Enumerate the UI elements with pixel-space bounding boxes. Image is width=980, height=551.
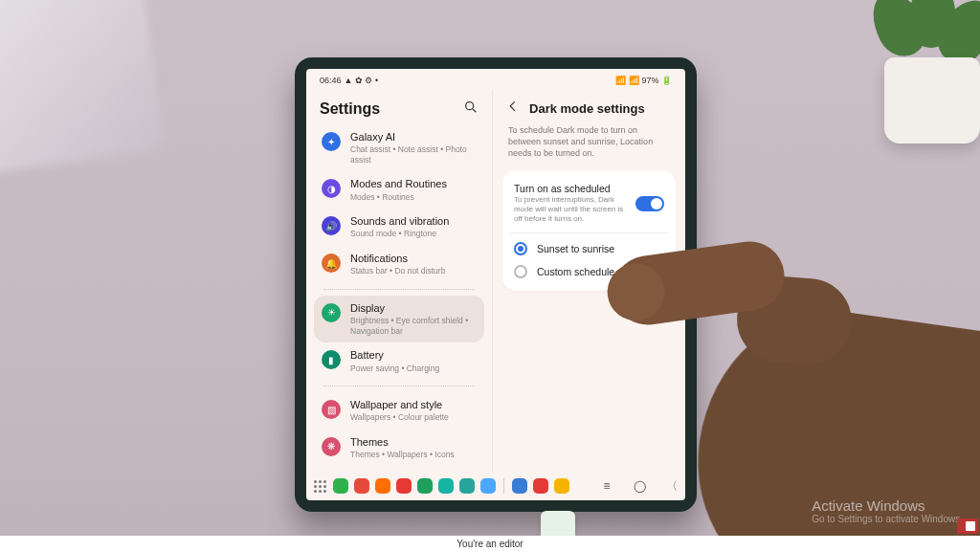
option-label: Custom schedule <box>537 266 664 277</box>
dock-app[interactable] <box>333 478 348 494</box>
detail-title: Dark mode settings <box>529 101 645 116</box>
svg-line-1 <box>473 109 476 112</box>
item-title: Galaxy AI <box>350 131 477 143</box>
editor-status-bar: You're an editor <box>0 536 980 551</box>
status-right-icons: 📶 📶 97% 🔋 <box>615 76 672 85</box>
themes-icon: ❋ <box>322 437 341 456</box>
search-icon[interactable] <box>463 99 479 119</box>
settings-item-display[interactable]: ☀ DisplayBrightness • Eye comfort shield… <box>314 296 484 342</box>
app-dock: ≡ ◯ 〈 <box>306 472 685 500</box>
nav-recents-icon[interactable]: ≡ <box>599 478 614 494</box>
item-title: Themes <box>350 436 455 449</box>
settings-detail-pane: Dark mode settings To schedule Dark mode… <box>493 90 685 472</box>
back-icon[interactable] <box>506 99 520 117</box>
dock-app[interactable] <box>396 478 412 494</box>
display-icon: ☀ <box>322 303 341 322</box>
item-sub: Brightness • Eye comfort shield • Naviga… <box>350 316 477 336</box>
item-title: Modes and Routines <box>350 178 447 190</box>
radio-unchecked-icon[interactable] <box>514 265 527 278</box>
dock-divider <box>503 478 504 494</box>
settings-item-notifications[interactable]: 🔔 NotificationsStatus bar • Do not distu… <box>314 246 484 283</box>
detail-info-text: To schedule Dark mode to turn on between… <box>493 122 685 166</box>
battery-icon: ▮ <box>322 350 341 369</box>
dock-app[interactable] <box>512 478 527 494</box>
settings-item-galaxy-ai[interactable]: ✦ Galaxy AIChat assist • Note assist • P… <box>314 124 484 171</box>
status-bar: 06:46 ▲ ✿ ⚙ • 📶 📶 97% 🔋 <box>306 69 685 90</box>
svg-point-0 <box>466 102 474 110</box>
option-sunset-sunrise[interactable]: Sunset to sunrise <box>512 237 666 260</box>
row-title: Turn on as scheduled <box>514 183 626 194</box>
dock-app[interactable] <box>417 478 433 494</box>
nav-bar: ≡ ◯ 〈 <box>599 475 679 496</box>
windows-activation-watermark: Activate Windows Go to Settings to activ… <box>812 497 963 524</box>
settings-master-pane: Settings ✦ Galaxy AIChat assist • Note a… <box>306 90 493 472</box>
item-sub: Modes • Routines <box>350 192 447 203</box>
item-title: Display <box>350 302 477 315</box>
item-sub: Chat assist • Note assist • Photo assist <box>350 144 477 165</box>
row-sub: To prevent interruptions, Dark mode will… <box>514 195 626 224</box>
option-custom-schedule[interactable]: Custom schedule <box>512 260 666 283</box>
item-sub: Status bar • Do not disturb <box>350 266 445 276</box>
status-time: 06:46 <box>320 76 342 85</box>
modes-icon: ◑ <box>322 179 341 198</box>
dock-app[interactable] <box>459 478 475 494</box>
dock-app[interactable] <box>438 478 454 494</box>
list-separator <box>323 289 475 290</box>
nav-back-icon[interactable]: 〈 <box>664 478 679 494</box>
plant-prop <box>856 0 980 143</box>
device-screen: 06:46 ▲ ✿ ⚙ • 📶 📶 97% 🔋 Settings <box>306 69 685 500</box>
status-left-icons: ▲ ✿ ⚙ • <box>345 76 379 85</box>
watermark-title: Activate Windows <box>812 497 963 514</box>
item-title: Notifications <box>350 253 445 265</box>
settings-list: ✦ Galaxy AIChat assist • Note assist • P… <box>306 124 492 472</box>
dock-app[interactable] <box>375 478 390 494</box>
dock-app[interactable] <box>354 478 369 494</box>
item-sub: Themes • Wallpapers • Icons <box>350 450 455 460</box>
tray-icon <box>957 518 978 534</box>
wallpaper-icon: ▧ <box>322 400 341 419</box>
photo-stage: 06:46 ▲ ✿ ⚙ • 📶 📶 97% 🔋 Settings <box>0 0 980 551</box>
editor-status-text: You're an editor <box>457 539 523 549</box>
item-title: Sounds and vibration <box>350 215 449 228</box>
item-sub: Wallpapers • Colour palette <box>350 412 449 423</box>
schedule-card: Turn on as scheduled To prevent interrup… <box>502 170 676 291</box>
option-label: Sunset to sunrise <box>537 243 664 254</box>
radio-checked-icon[interactable] <box>514 242 527 255</box>
card-divider <box>510 232 668 233</box>
dock-app[interactable] <box>533 478 548 494</box>
settings-item-wallpaper[interactable]: ▧ Wallpaper and styleWallpapers • Colour… <box>314 392 484 430</box>
settings-item-battery[interactable]: ▮ BatteryPower saving • Charging <box>314 342 484 380</box>
item-sub: Power saving • Charging <box>350 364 439 374</box>
sparkle-icon: ✦ <box>322 132 341 151</box>
settings-item-sounds[interactable]: 🔊 Sounds and vibrationSound mode • Ringt… <box>314 209 484 246</box>
settings-title: Settings <box>320 100 380 118</box>
item-title: Battery <box>350 349 439 362</box>
sound-icon: 🔊 <box>322 216 341 235</box>
item-sub: Sound mode • Ringtone <box>350 229 449 239</box>
dock-app[interactable] <box>480 478 496 494</box>
nav-home-icon[interactable]: ◯ <box>632 478 647 494</box>
item-title: Wallpaper and style <box>350 399 449 411</box>
bell-icon: 🔔 <box>322 253 341 273</box>
watermark-sub: Go to Settings to activate Windows. <box>812 514 963 524</box>
scheduled-toggle[interactable] <box>635 196 664 211</box>
tablet-device: 06:46 ▲ ✿ ⚙ • 📶 📶 97% 🔋 Settings <box>295 57 697 512</box>
list-separator <box>323 386 475 386</box>
turn-on-scheduled-row[interactable]: Turn on as scheduled To prevent interrup… <box>512 178 666 229</box>
crystal-prop <box>0 0 166 175</box>
settings-item-themes[interactable]: ❋ ThemesThemes • Wallpapers • Icons <box>314 430 484 467</box>
dock-app[interactable] <box>554 478 569 494</box>
settings-item-modes[interactable]: ◑ Modes and RoutinesModes • Routines <box>314 171 484 209</box>
apps-drawer-icon[interactable] <box>312 478 327 494</box>
